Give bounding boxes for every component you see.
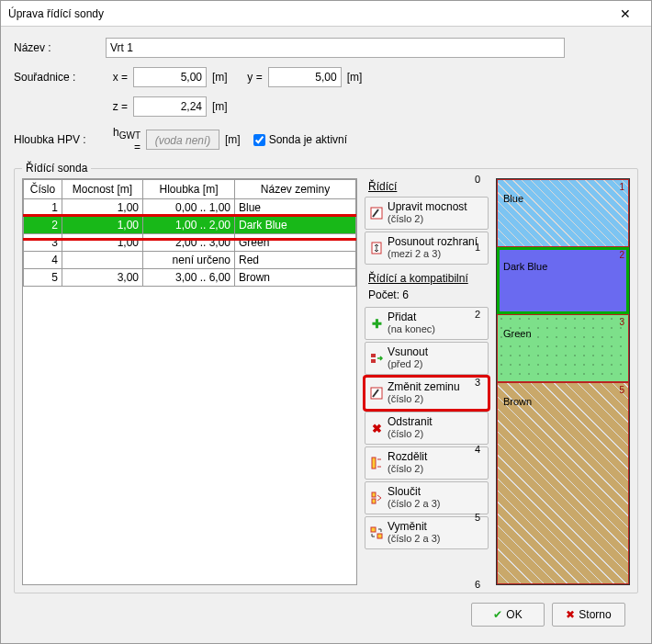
- insert-icon: [369, 351, 384, 366]
- x-label: x =: [106, 71, 133, 84]
- table-row[interactable]: 11,000,00 .. 1,00Blue: [24, 199, 356, 217]
- titlebar: Úprava řídící sondy ✕: [1, 1, 651, 27]
- remove-button[interactable]: ✖ Odstranit(číslo 2): [365, 412, 489, 445]
- y-input[interactable]: [268, 67, 342, 87]
- remove-icon: ✖: [369, 421, 384, 435]
- insert-button[interactable]: Vsunout(před 2): [365, 342, 489, 375]
- fieldset-legend: Řídící sonda: [22, 162, 91, 175]
- plus-icon: ✚: [369, 316, 384, 331]
- check-icon: ✔: [493, 608, 502, 621]
- svg-rect-6: [372, 492, 376, 497]
- th-number: Číslo: [24, 180, 62, 199]
- viz-layer: 5Brown: [497, 382, 629, 584]
- svg-rect-3: [371, 359, 376, 363]
- hgwt-unit: [m]: [225, 133, 241, 146]
- viz-layer: 3Green: [497, 314, 629, 381]
- table-row[interactable]: 21,001,00 .. 2,00Dark Blue: [24, 217, 356, 234]
- table-row[interactable]: 31,002,00 .. 3,00Green: [24, 234, 356, 252]
- svg-rect-2: [371, 354, 376, 357]
- count-label: Počet: 6: [368, 288, 489, 301]
- viz-layer: 2Dark Blue: [497, 247, 629, 314]
- hgwt-input[interactable]: (voda není): [146, 130, 219, 150]
- table-row[interactable]: 53,003,00 .. 6,00Brown: [24, 269, 356, 287]
- x-unit: [m]: [212, 71, 228, 84]
- edit-thickness-button[interactable]: Upravit mocnost(číslo 2): [365, 197, 489, 230]
- z-input[interactable]: [133, 96, 207, 117]
- merge-button[interactable]: Sloučit(číslo 2 a 3): [365, 481, 489, 514]
- active-label: Sonda je aktivní: [269, 133, 347, 146]
- svg-rect-5: [372, 458, 376, 469]
- x-input[interactable]: [133, 67, 207, 87]
- name-input[interactable]: [106, 38, 565, 58]
- swap-icon: [369, 525, 384, 540]
- layers-table[interactable]: Číslo Mocnost [m] Hloubka [m] Název zemi…: [22, 178, 357, 585]
- table-row[interactable]: 4není určenoRed: [24, 252, 356, 269]
- th-depth: Hloubka [m]: [143, 180, 235, 199]
- move-icon: [369, 241, 384, 255]
- depth-label: Hloubka HPV :: [14, 133, 106, 146]
- y-label: y =: [241, 71, 268, 84]
- y-unit: [m]: [347, 71, 363, 84]
- dialog-title: Úprava řídící sondy: [8, 7, 607, 20]
- th-thickness: Mocnost [m]: [62, 180, 143, 199]
- section-ridicikomp: Řídící a kompatibilní: [368, 272, 489, 285]
- svg-rect-8: [371, 527, 376, 532]
- ok-button[interactable]: ✔ OK: [471, 603, 545, 627]
- coords-label: Souřadnice :: [14, 71, 106, 84]
- merge-icon: [369, 491, 384, 505]
- x-icon: ✖: [566, 608, 575, 621]
- change-icon: [369, 386, 384, 401]
- edit-icon: [369, 206, 384, 220]
- close-icon[interactable]: ✕: [607, 6, 644, 21]
- name-label: Název :: [14, 41, 106, 54]
- cancel-button[interactable]: ✖ Storno: [552, 603, 625, 627]
- viz-layer: 1Blue: [497, 179, 629, 246]
- z-label: z =: [106, 100, 133, 113]
- hgwt-label: hGWT =: [106, 126, 146, 153]
- profile-viz: 0123456 1Blue2Dark Blue3Green5Brown: [496, 178, 630, 585]
- z-unit: [m]: [212, 100, 228, 113]
- svg-rect-7: [372, 499, 376, 503]
- th-soil: Název zeminy: [235, 180, 356, 199]
- svg-rect-9: [377, 534, 382, 538]
- active-checkbox[interactable]: [253, 134, 265, 146]
- split-icon: [369, 456, 384, 470]
